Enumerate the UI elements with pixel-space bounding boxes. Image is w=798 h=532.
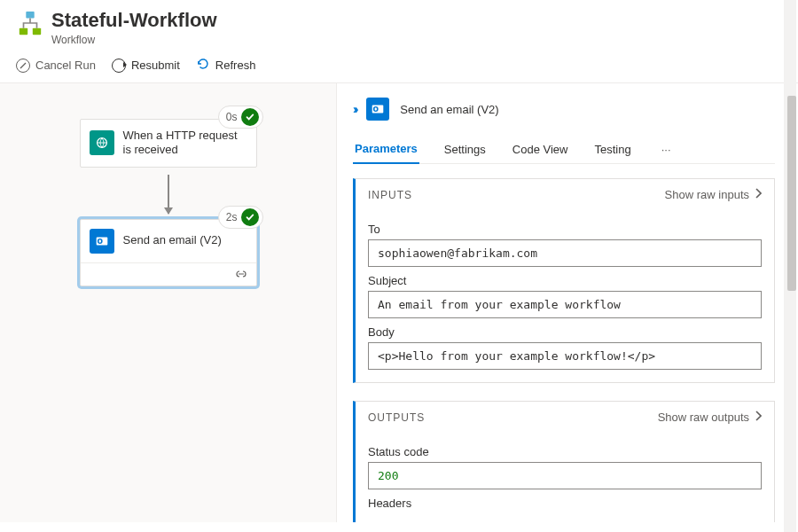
refresh-label: Refresh	[215, 59, 256, 72]
details-panel: ›› Send an email (V2) Parameters Setting…	[337, 83, 798, 522]
svg-line-3	[20, 63, 26, 68]
chevron-right-icon	[755, 411, 762, 424]
outputs-heading: OUTPUTS	[368, 411, 425, 424]
status-code-label: Status code	[368, 445, 762, 458]
resubmit-button[interactable]: Resubmit	[112, 59, 180, 73]
collapse-panel-button[interactable]: ››	[353, 102, 356, 116]
success-check-icon	[241, 208, 259, 226]
to-value[interactable]: sophiaowen@fabrikam.com	[368, 239, 762, 267]
to-label: To	[368, 223, 762, 236]
svg-rect-0	[26, 12, 34, 19]
action-node[interactable]: 2s Send an email (V2)	[80, 219, 257, 286]
page-title: Stateful-Workflow	[51, 9, 217, 32]
action-title: Send an email (V2)	[123, 233, 222, 247]
svg-point-11	[375, 107, 378, 111]
success-check-icon	[241, 108, 259, 126]
cancel-run-button: Cancel Run	[16, 59, 96, 73]
outlook-icon	[366, 98, 389, 121]
status-code-value[interactable]: 200	[368, 462, 762, 489]
trigger-duration: 0s	[226, 111, 238, 123]
show-raw-inputs-label: Show raw inputs	[665, 188, 749, 201]
refresh-button[interactable]: Refresh	[196, 57, 256, 74]
tab-code-view[interactable]: Code View	[511, 136, 570, 163]
outputs-section: OUTPUTS Show raw outputs Status code 200…	[353, 401, 775, 522]
subject-value[interactable]: An email from your example workflow	[368, 291, 762, 318]
tab-overflow-button[interactable]: ···	[656, 143, 677, 156]
tab-parameters[interactable]: Parameters	[353, 135, 419, 164]
scrollbar-thumb[interactable]	[787, 96, 796, 291]
resubmit-icon	[112, 59, 126, 73]
cancel-run-label: Cancel Run	[35, 59, 96, 72]
tab-settings[interactable]: Settings	[442, 136, 488, 163]
outlook-icon	[90, 229, 114, 254]
chevron-right-icon	[755, 188, 762, 201]
subject-label: Subject	[368, 274, 762, 287]
show-raw-inputs-link[interactable]: Show raw inputs	[665, 188, 762, 201]
svg-rect-1	[20, 28, 27, 35]
svg-rect-2	[33, 28, 41, 35]
cancel-icon	[16, 59, 30, 73]
trigger-title: When a HTTP request is received	[123, 129, 247, 158]
svg-point-8	[98, 239, 101, 243]
trigger-node[interactable]: 0s When a HTTP request is received	[80, 119, 257, 168]
workflow-type-icon	[16, 9, 44, 37]
panel-title: Send an email (V2)	[400, 103, 498, 116]
page-subtitle: Workflow	[51, 34, 217, 46]
show-raw-outputs-label: Show raw outputs	[658, 411, 749, 424]
action-duration: 2s	[226, 211, 238, 223]
headers-label: Headers	[368, 497, 762, 510]
designer-canvas[interactable]: 0s When a HTTP request is received 2s Se…	[0, 83, 337, 522]
refresh-icon	[196, 57, 210, 74]
toolbar: Cancel Run Resubmit Refresh	[0, 51, 798, 83]
action-status-badge: 2s	[218, 206, 263, 229]
connector-arrow	[168, 175, 169, 214]
tab-testing[interactable]: Testing	[592, 136, 632, 163]
inputs-section: INPUTS Show raw inputs To sophiaowen@fab…	[353, 178, 775, 383]
body-value[interactable]: <p>Hello from your example workflow!</p>	[368, 342, 762, 370]
link-icon	[235, 268, 247, 281]
panel-tabs: Parameters Settings Code View Testing ··…	[353, 135, 775, 164]
body-label: Body	[368, 325, 762, 339]
inputs-heading: INPUTS	[368, 189, 412, 201]
http-request-icon	[90, 130, 114, 155]
resubmit-label: Resubmit	[131, 59, 180, 72]
show-raw-outputs-link[interactable]: Show raw outputs	[658, 411, 762, 424]
page-header: Stateful-Workflow Workflow	[0, 0, 798, 51]
trigger-status-badge: 0s	[218, 106, 263, 129]
